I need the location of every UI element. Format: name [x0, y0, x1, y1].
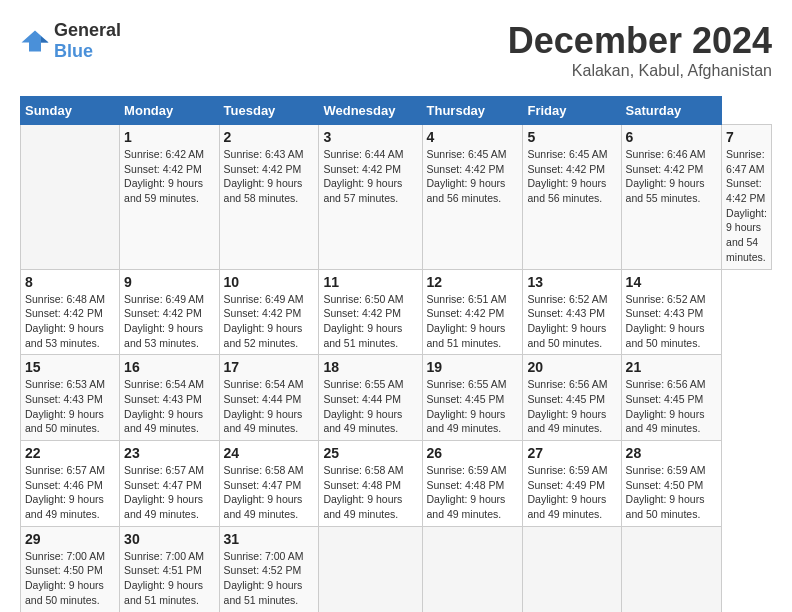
- day-info: Sunrise: 7:00 AMSunset: 4:50 PMDaylight:…: [25, 549, 115, 608]
- weekday-header-thursday: Thursday: [422, 97, 523, 125]
- calendar-cell: [422, 526, 523, 612]
- calendar-cell: 13Sunrise: 6:52 AMSunset: 4:43 PMDayligh…: [523, 269, 621, 355]
- weekday-header-friday: Friday: [523, 97, 621, 125]
- day-number: 5: [527, 129, 616, 145]
- calendar-cell: 7Sunrise: 6:47 AMSunset: 4:42 PMDaylight…: [722, 125, 772, 270]
- day-number: 7: [726, 129, 767, 145]
- day-number: 18: [323, 359, 417, 375]
- calendar-cell: 25Sunrise: 6:58 AMSunset: 4:48 PMDayligh…: [319, 441, 422, 527]
- day-number: 9: [124, 274, 214, 290]
- day-info: Sunrise: 6:44 AMSunset: 4:42 PMDaylight:…: [323, 147, 417, 206]
- day-number: 22: [25, 445, 115, 461]
- day-info: Sunrise: 6:55 AMSunset: 4:44 PMDaylight:…: [323, 377, 417, 436]
- calendar-cell: 10Sunrise: 6:49 AMSunset: 4:42 PMDayligh…: [219, 269, 319, 355]
- calendar-cell: 29Sunrise: 7:00 AMSunset: 4:50 PMDayligh…: [21, 526, 120, 612]
- day-number: 31: [224, 531, 315, 547]
- day-number: 29: [25, 531, 115, 547]
- day-number: 6: [626, 129, 717, 145]
- day-number: 2: [224, 129, 315, 145]
- calendar-cell: 17Sunrise: 6:54 AMSunset: 4:44 PMDayligh…: [219, 355, 319, 441]
- page-header: General Blue December 2024 Kalakan, Kabu…: [20, 20, 772, 80]
- day-number: 1: [124, 129, 214, 145]
- day-info: Sunrise: 6:51 AMSunset: 4:42 PMDaylight:…: [427, 292, 519, 351]
- day-info: Sunrise: 6:58 AMSunset: 4:48 PMDaylight:…: [323, 463, 417, 522]
- calendar-cell: 2Sunrise: 6:43 AMSunset: 4:42 PMDaylight…: [219, 125, 319, 270]
- day-number: 25: [323, 445, 417, 461]
- month-title: December 2024: [508, 20, 772, 62]
- day-info: Sunrise: 6:55 AMSunset: 4:45 PMDaylight:…: [427, 377, 519, 436]
- calendar-cell: 4Sunrise: 6:45 AMSunset: 4:42 PMDaylight…: [422, 125, 523, 270]
- calendar-cell: 19Sunrise: 6:55 AMSunset: 4:45 PMDayligh…: [422, 355, 523, 441]
- day-number: 15: [25, 359, 115, 375]
- day-info: Sunrise: 6:54 AMSunset: 4:43 PMDaylight:…: [124, 377, 214, 436]
- day-number: 16: [124, 359, 214, 375]
- day-info: Sunrise: 6:54 AMSunset: 4:44 PMDaylight:…: [224, 377, 315, 436]
- day-number: 17: [224, 359, 315, 375]
- week-row-5: 29Sunrise: 7:00 AMSunset: 4:50 PMDayligh…: [21, 526, 772, 612]
- weekday-header-row: SundayMondayTuesdayWednesdayThursdayFrid…: [21, 97, 772, 125]
- weekday-header-tuesday: Tuesday: [219, 97, 319, 125]
- day-number: 27: [527, 445, 616, 461]
- calendar-cell: 14Sunrise: 6:52 AMSunset: 4:43 PMDayligh…: [621, 269, 721, 355]
- day-number: 14: [626, 274, 717, 290]
- day-info: Sunrise: 7:00 AMSunset: 4:51 PMDaylight:…: [124, 549, 214, 608]
- logo: General Blue: [20, 20, 121, 62]
- calendar-cell: 6Sunrise: 6:46 AMSunset: 4:42 PMDaylight…: [621, 125, 721, 270]
- logo-general: General: [54, 20, 121, 40]
- week-row-3: 15Sunrise: 6:53 AMSunset: 4:43 PMDayligh…: [21, 355, 772, 441]
- weekday-header-monday: Monday: [120, 97, 219, 125]
- day-number: 20: [527, 359, 616, 375]
- day-info: Sunrise: 6:48 AMSunset: 4:42 PMDaylight:…: [25, 292, 115, 351]
- calendar-cell: 30Sunrise: 7:00 AMSunset: 4:51 PMDayligh…: [120, 526, 219, 612]
- day-number: 11: [323, 274, 417, 290]
- day-info: Sunrise: 6:57 AMSunset: 4:46 PMDaylight:…: [25, 463, 115, 522]
- calendar-cell: 11Sunrise: 6:50 AMSunset: 4:42 PMDayligh…: [319, 269, 422, 355]
- calendar-cell: 12Sunrise: 6:51 AMSunset: 4:42 PMDayligh…: [422, 269, 523, 355]
- week-row-2: 8Sunrise: 6:48 AMSunset: 4:42 PMDaylight…: [21, 269, 772, 355]
- calendar-cell: [319, 526, 422, 612]
- day-number: 24: [224, 445, 315, 461]
- day-info: Sunrise: 6:52 AMSunset: 4:43 PMDaylight:…: [626, 292, 717, 351]
- day-number: 4: [427, 129, 519, 145]
- calendar-cell: 8Sunrise: 6:48 AMSunset: 4:42 PMDaylight…: [21, 269, 120, 355]
- day-number: 21: [626, 359, 717, 375]
- day-number: 30: [124, 531, 214, 547]
- day-info: Sunrise: 6:45 AMSunset: 4:42 PMDaylight:…: [427, 147, 519, 206]
- day-info: Sunrise: 6:58 AMSunset: 4:47 PMDaylight:…: [224, 463, 315, 522]
- logo-text: General Blue: [54, 20, 121, 62]
- day-info: Sunrise: 6:52 AMSunset: 4:43 PMDaylight:…: [527, 292, 616, 351]
- week-row-4: 22Sunrise: 6:57 AMSunset: 4:46 PMDayligh…: [21, 441, 772, 527]
- day-number: 12: [427, 274, 519, 290]
- day-number: 19: [427, 359, 519, 375]
- day-info: Sunrise: 7:00 AMSunset: 4:52 PMDaylight:…: [224, 549, 315, 608]
- day-info: Sunrise: 6:59 AMSunset: 4:49 PMDaylight:…: [527, 463, 616, 522]
- calendar-cell: 5Sunrise: 6:45 AMSunset: 4:42 PMDaylight…: [523, 125, 621, 270]
- calendar-cell: 28Sunrise: 6:59 AMSunset: 4:50 PMDayligh…: [621, 441, 721, 527]
- day-number: 13: [527, 274, 616, 290]
- day-number: 10: [224, 274, 315, 290]
- calendar-cell: [621, 526, 721, 612]
- day-number: 23: [124, 445, 214, 461]
- calendar-table: SundayMondayTuesdayWednesdayThursdayFrid…: [20, 96, 772, 612]
- day-info: Sunrise: 6:49 AMSunset: 4:42 PMDaylight:…: [124, 292, 214, 351]
- calendar-cell: 9Sunrise: 6:49 AMSunset: 4:42 PMDaylight…: [120, 269, 219, 355]
- calendar-cell: 18Sunrise: 6:55 AMSunset: 4:44 PMDayligh…: [319, 355, 422, 441]
- day-info: Sunrise: 6:59 AMSunset: 4:50 PMDaylight:…: [626, 463, 717, 522]
- day-info: Sunrise: 6:53 AMSunset: 4:43 PMDaylight:…: [25, 377, 115, 436]
- calendar-cell: 24Sunrise: 6:58 AMSunset: 4:47 PMDayligh…: [219, 441, 319, 527]
- day-info: Sunrise: 6:57 AMSunset: 4:47 PMDaylight:…: [124, 463, 214, 522]
- calendar-cell: 23Sunrise: 6:57 AMSunset: 4:47 PMDayligh…: [120, 441, 219, 527]
- logo-icon: [20, 29, 50, 53]
- day-number: 28: [626, 445, 717, 461]
- day-number: 26: [427, 445, 519, 461]
- day-info: Sunrise: 6:45 AMSunset: 4:42 PMDaylight:…: [527, 147, 616, 206]
- weekday-header-sunday: Sunday: [21, 97, 120, 125]
- title-block: December 2024 Kalakan, Kabul, Afghanista…: [508, 20, 772, 80]
- calendar-cell: 26Sunrise: 6:59 AMSunset: 4:48 PMDayligh…: [422, 441, 523, 527]
- calendar-cell: 31Sunrise: 7:00 AMSunset: 4:52 PMDayligh…: [219, 526, 319, 612]
- day-info: Sunrise: 6:46 AMSunset: 4:42 PMDaylight:…: [626, 147, 717, 206]
- logo-blue: Blue: [54, 41, 93, 61]
- calendar-cell: 27Sunrise: 6:59 AMSunset: 4:49 PMDayligh…: [523, 441, 621, 527]
- calendar-cell: 3Sunrise: 6:44 AMSunset: 4:42 PMDaylight…: [319, 125, 422, 270]
- weekday-header-wednesday: Wednesday: [319, 97, 422, 125]
